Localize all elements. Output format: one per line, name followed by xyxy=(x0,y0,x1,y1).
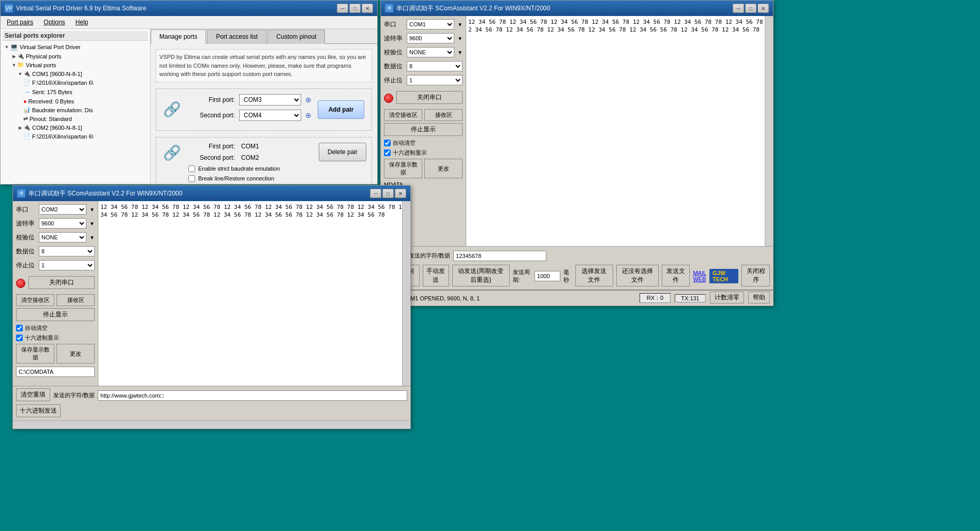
delete-pair-button[interactable]: Delete pair xyxy=(319,143,366,161)
b-receive-scrollbar[interactable] xyxy=(402,201,410,386)
clear-receive-btn[interactable]: 清空接收区 xyxy=(384,109,422,121)
manual-send-btn[interactable]: 手动发送 xyxy=(423,265,449,286)
com-select[interactable]: COM1 xyxy=(407,19,454,29)
b-stopbits-select[interactable]: 1 xyxy=(39,260,95,270)
enable-strict-checkbox[interactable] xyxy=(188,165,195,172)
receive-text-area[interactable]: 12 34 56 78 12 34 56 78 12 34 56 78 12 3… xyxy=(466,16,773,246)
tree-com1-sent[interactable]: → Sent: 175 Bytes xyxy=(3,87,148,97)
tree-physical-ports[interactable]: ▶ 🔌 Physical ports xyxy=(3,52,148,60)
b-bottom-row2: 十六进制发送 xyxy=(16,404,407,418)
scom-bottom-bottom-panel: 清空重填 发送的字符/数据 十六进制发送 xyxy=(13,386,410,420)
com1-label: COM1 [9600-N-8-1] xyxy=(32,71,82,77)
b-clear-receive-btn[interactable]: 清空接收区 xyxy=(16,294,54,306)
web-link[interactable]: WEB xyxy=(693,276,706,282)
b-modify-btn[interactable]: 更改 xyxy=(56,344,95,363)
vspd-title-text: Virtual Serial Port Driver 6.9 by Eltima… xyxy=(16,5,146,12)
tree-com2-path[interactable]: 📄 F:\2016\Xilinx\spartan 6\ xyxy=(3,132,148,141)
scom-main-maximize-btn[interactable]: □ xyxy=(745,4,756,13)
period-input[interactable] xyxy=(534,271,560,281)
auto-clear-checkbox[interactable] xyxy=(384,140,391,146)
tree-com2[interactable]: ▶ 🔌 COM2 [9600-N-8-1] xyxy=(3,123,148,132)
tree-com1-baudrate[interactable]: 📊 Baudrate emulation: Dis xyxy=(3,105,148,114)
vspd-title-left: VP Virtual Serial Port Driver 6.9 by Elt… xyxy=(5,4,146,12)
pinout-icon: ⇌ xyxy=(23,115,28,122)
databits-select[interactable]: 8 xyxy=(407,61,463,71)
b-save-display-btn[interactable]: 保存显示数据 xyxy=(16,344,54,363)
b-horizontal-scrollbar[interactable] xyxy=(13,420,410,429)
send-input[interactable] xyxy=(453,251,546,261)
b-auto-clear-checkbox[interactable] xyxy=(16,325,23,331)
com-label: 串口 xyxy=(384,20,405,29)
add-pair-button[interactable]: Add pair xyxy=(318,100,364,119)
scom-bottom-close-btn[interactable]: ✕ xyxy=(395,189,406,198)
receive-scrollbar[interactable] xyxy=(765,16,773,246)
receive-area-btn[interactable]: 接收区 xyxy=(424,109,463,121)
b-path-input[interactable] xyxy=(16,367,95,377)
break-line-checkbox[interactable] xyxy=(188,175,195,182)
baud-select[interactable]: 9600 xyxy=(407,33,454,43)
b-receive-text-area[interactable]: 12 34 56 78 12 34 56 78 12 34 56 78 12 3… xyxy=(98,201,410,386)
modify-btn[interactable]: 更改 xyxy=(424,159,463,178)
stop-display-btn[interactable]: 停止显示 xyxy=(384,123,463,136)
tree-virtual-ports[interactable]: ▼ 📁 Virtual ports xyxy=(3,60,148,69)
com2-label: COM2 [9600-N-8-1] xyxy=(32,125,82,131)
vspd-maximize-btn[interactable]: □ xyxy=(349,4,361,13)
b-stop-display-btn[interactable]: 停止显示 xyxy=(16,308,95,321)
tree-vspd-root[interactable]: ▼ 💻 Virtual Serial Port Driver xyxy=(3,42,148,52)
menu-port-pairs[interactable]: Port pairs xyxy=(5,18,35,27)
first-port-select[interactable]: COM3 COM4 xyxy=(239,94,301,105)
b-hex-display-checkbox[interactable] xyxy=(16,335,23,341)
b-clear-repeat-btn[interactable]: 清空重填 xyxy=(16,388,50,401)
vspd-minimize-btn[interactable]: ─ xyxy=(337,4,348,13)
select-file-btn[interactable]: 选择发送文件 xyxy=(575,265,613,286)
b-close-port-btn[interactable]: 关闭串口 xyxy=(28,276,95,289)
b-baud-select[interactable]: 9600 xyxy=(39,218,86,229)
close-program-btn[interactable]: 关闭程序 xyxy=(741,265,770,286)
close-port-btn[interactable]: 关闭串口 xyxy=(396,91,463,104)
menu-help[interactable]: Help xyxy=(73,18,91,27)
mail-link[interactable]: MAIL xyxy=(693,270,706,276)
scom-bottom-content: 串口 COM2 ▼ 波特率 9600 ▼ 校验位 NONE xyxy=(13,201,410,386)
b-databits-select[interactable]: 8 xyxy=(39,246,95,256)
tree-com1-received[interactable]: ● Received: 0 Bytes xyxy=(3,97,148,105)
b-receive-area-btn[interactable]: 接收区 xyxy=(56,294,95,306)
b-com-select[interactable]: COM2 xyxy=(39,204,86,215)
clear-count-btn[interactable]: 计数清零 xyxy=(710,292,744,304)
second-port-select[interactable]: COM4 COM3 xyxy=(239,110,301,121)
first-port-row: First port: COM3 COM4 ⊕ xyxy=(188,94,311,105)
hex-display-checkbox[interactable] xyxy=(384,149,391,156)
scom-main-title-bar: 串 串口调试助手 SComAssistant V2.2 For WIN9X/NT… xyxy=(381,1,773,16)
scom-bottom-right: 12 34 56 78 12 34 56 78 12 34 56 78 12 3… xyxy=(98,201,410,386)
add-pair-content: 🔗 First port: COM3 COM4 ⊕ xyxy=(161,94,366,125)
second-port-connector-icon: ⊕ xyxy=(305,111,311,119)
scom-main-close-btn[interactable]: ✕ xyxy=(758,4,769,13)
tree-com1-pinout[interactable]: ⇌ Pinout: Standard xyxy=(3,114,148,123)
close-port-row: 关闭串口 xyxy=(384,91,463,105)
physical-expand-icon: ▶ xyxy=(11,54,17,59)
stopbits-select[interactable]: 1 xyxy=(407,75,463,85)
vspd-close-btn[interactable]: ✕ xyxy=(362,4,373,13)
scom-bottom-maximize-btn[interactable]: □ xyxy=(382,189,394,198)
enable-strict-label: Enable strict baudrate emulation xyxy=(198,165,280,172)
com1-path-label: F:\2016\Xilinx\spartan 6\ xyxy=(32,80,94,86)
tree-com1-path[interactable]: 📄 F:\2016\Xilinx\spartan 6\ xyxy=(3,78,148,87)
b-hex-send-btn[interactable]: 十六进制发送 xyxy=(16,404,61,417)
auto-send-btn[interactable]: 动发送(周期改变后重选) xyxy=(452,265,510,286)
scom-bottom-controls: ─ □ ✕ xyxy=(370,189,406,198)
tab-port-access[interactable]: Port access list xyxy=(207,29,266,44)
send-file-btn[interactable]: 发送文件 xyxy=(662,265,690,286)
tab-custom-pinout[interactable]: Custom pinout xyxy=(268,29,325,44)
tab-manage-ports[interactable]: Manage ports xyxy=(151,29,206,44)
no-file-btn[interactable]: 还没有选择文件 xyxy=(616,265,659,286)
tree-com1[interactable]: ▼ 🔌 COM1 [9600-N-8-1] xyxy=(3,69,148,78)
save-display-btn[interactable]: 保存显示数据 xyxy=(384,159,422,178)
b-parity-select[interactable]: NONE xyxy=(39,232,86,242)
b-send-input[interactable] xyxy=(98,390,407,401)
b-send-chars-label: 发送的字符/数据 xyxy=(53,391,95,399)
menu-options[interactable]: Options xyxy=(41,18,67,27)
parity-select[interactable]: NONE xyxy=(407,47,454,57)
scom-bottom-minimize-btn[interactable]: ─ xyxy=(370,189,381,198)
help-btn[interactable]: 帮助 xyxy=(748,292,770,304)
scom-main-minimize-btn[interactable]: ─ xyxy=(733,4,744,13)
break-line-row: Break line/Restore connection xyxy=(188,175,313,182)
